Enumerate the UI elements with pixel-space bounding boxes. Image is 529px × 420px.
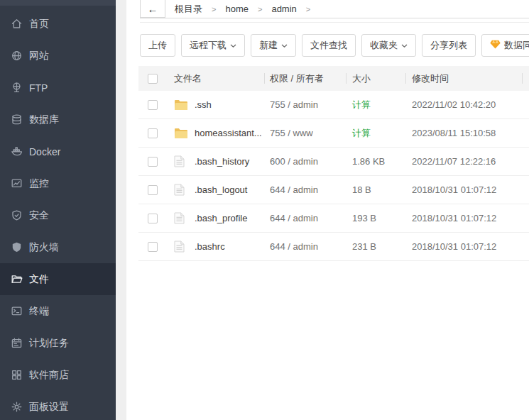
row-checkbox[interactable] [148,242,158,252]
globe-icon [10,50,23,62]
file-name: homeassistant... [195,128,262,138]
back-arrow-icon: ← [148,3,158,15]
file-name: .bash_logout [195,184,247,195]
favorites-button[interactable]: 收藏夹 [361,34,416,57]
gear-icon [10,401,23,414]
select-all-checkbox[interactable] [148,74,158,84]
document-file-icon [174,212,187,224]
file-permissions: 644 / admin [264,233,346,260]
back-button[interactable]: ← [140,0,165,18]
path-bar: ← 根目录>home>admin> [140,0,529,18]
sidebar-content-gutter [116,0,126,420]
data-sync-button[interactable]: 数据同步 [481,34,529,57]
document-file-icon [174,241,187,253]
file-permissions: 644 / admin [264,176,346,204]
sidebar-item-settings[interactable]: 面板设置 [0,391,116,420]
folder-file-icon [174,99,187,111]
sidebar-item-firewall[interactable]: 防火墙 [0,231,116,263]
toolbar: 上传 远程下载 新建 文件查找 收藏夹 分享列表 数据同步 [140,34,529,57]
sidebar-item-appstore[interactable]: 软件商店 [0,359,116,391]
file-size: 193 B [346,204,405,232]
breadcrumb-item[interactable]: admin [271,4,296,14]
table-row[interactable]: homeassistant... 755 / www 计算 2023/08/11… [138,119,529,148]
file-permissions: 755 / www [264,119,346,147]
breadcrumb-item[interactable]: 根目录 [175,3,202,16]
terminal-icon [10,305,23,318]
table-row[interactable]: .bashrc 644 / admin 231 B 2018/10/31 01:… [138,233,529,261]
sidebar-item-database[interactable]: 数据库 [0,104,116,136]
file-mtime: 2018/10/31 01:07:12 [405,233,522,260]
grid-icon [10,369,23,382]
sidebar-item-website[interactable]: 网站 [0,40,116,72]
table-row[interactable]: .bash_history 600 / admin 1.86 KB 2022/1… [138,148,529,176]
row-checkbox[interactable] [148,157,158,167]
document-file-icon [174,184,187,196]
table-row[interactable]: .ssh 755 / admin 计算 2022/11/02 10:42:20 [138,91,529,119]
row-checkbox[interactable] [148,128,158,138]
content-area: ← 根目录>home>admin> 上传 远程下载 新建 文件查找 收藏夹 分享… [126,0,529,420]
table-header-row: 文件名 权限 / 所有者 大小 修改时间 [138,66,529,91]
table-row[interactable]: .bash_profile 644 / admin 193 B 2018/10/… [138,204,529,233]
table-body: .ssh 755 / admin 计算 2022/11/02 10:42:20 … [138,91,529,261]
table-row[interactable]: .bash_logout 644 / admin 18 B 2018/10/31… [138,176,529,204]
header-cell-size: 大小 [346,66,405,91]
file-permissions: 600 / admin [264,148,346,175]
file-search-button[interactable]: 文件查找 [302,34,356,57]
header-cell-actions [522,66,529,91]
shield-check-icon [10,209,23,222]
file-name: .bash_history [195,156,249,167]
header-label-permissions: 权限 / 所有者 [264,72,324,85]
file-name: .bashrc [195,241,225,252]
breadcrumb-separator: > [212,5,216,13]
breadcrumb: 根目录>home>admin> [165,0,310,18]
row-checkbox[interactable] [148,100,158,110]
calculate-size-link[interactable]: 计算 [352,127,371,140]
header-label-size: 大小 [346,72,371,85]
file-mtime: 2018/10/31 01:07:12 [405,204,522,232]
file-permissions: 755 / admin [264,91,346,118]
monitor-chart-icon [10,177,23,190]
folder-file-icon [174,127,187,139]
sidebar-menu: 首页 网站 FTP 数据库 Docker 监控 安全 防火墙 文件 终端 计划任 [0,6,116,420]
chevron-down-icon [401,44,408,48]
header-label-filename: 文件名 [174,72,202,85]
file-size: 计算 [346,119,405,147]
sidebar-item-home[interactable]: 首页 [0,8,116,40]
sidebar-item-monitor[interactable]: 监控 [0,167,116,199]
file-permissions: 644 / admin [264,204,346,232]
sidebar: 首页 网站 FTP 数据库 Docker 监控 安全 防火墙 文件 终端 计划任 [0,0,116,420]
sidebar-item-cron[interactable]: 计划任务 [0,327,116,359]
sidebar-item-ftp[interactable]: FTP [0,72,116,104]
new-button[interactable]: 新建 [251,34,296,57]
file-mtime: 2023/08/11 15:10:58 [405,119,522,147]
breadcrumb-separator: > [258,5,262,13]
breadcrumb-item[interactable]: home [225,4,249,14]
file-name: .bash_profile [195,213,247,223]
sidebar-item-terminal[interactable]: 终端 [0,295,116,327]
header-label-mtime: 修改时间 [405,72,449,85]
file-name: .ssh [195,99,212,110]
file-size: 231 B [346,233,405,260]
row-checkbox[interactable] [148,214,158,223]
upload-button[interactable]: 上传 [140,34,175,57]
gem-icon [490,40,501,51]
header-cell-filename: 文件名 [138,66,264,91]
sidebar-item-files[interactable]: 文件 [0,263,116,295]
file-mtime: 2022/11/07 12:22:16 [405,148,522,175]
sidebar-item-docker[interactable]: Docker [0,136,116,167]
file-mtime: 2022/11/02 10:42:20 [405,91,522,118]
folder-open-icon [10,273,23,286]
share-list-button[interactable]: 分享列表 [422,34,476,57]
calculate-size-link[interactable]: 计算 [352,99,371,111]
breadcrumb-separator: > [306,5,310,13]
row-checkbox[interactable] [148,185,158,195]
header-cell-mtime: 修改时间 [405,66,522,91]
header-divider [140,22,529,23]
calendar-icon [10,337,23,350]
sidebar-logo-strip [0,0,116,6]
file-size: 计算 [346,91,405,118]
ftp-globe-icon [10,82,23,94]
document-file-icon [174,155,187,167]
sidebar-item-security[interactable]: 安全 [0,199,116,231]
remote-download-button[interactable]: 远程下载 [181,34,245,57]
